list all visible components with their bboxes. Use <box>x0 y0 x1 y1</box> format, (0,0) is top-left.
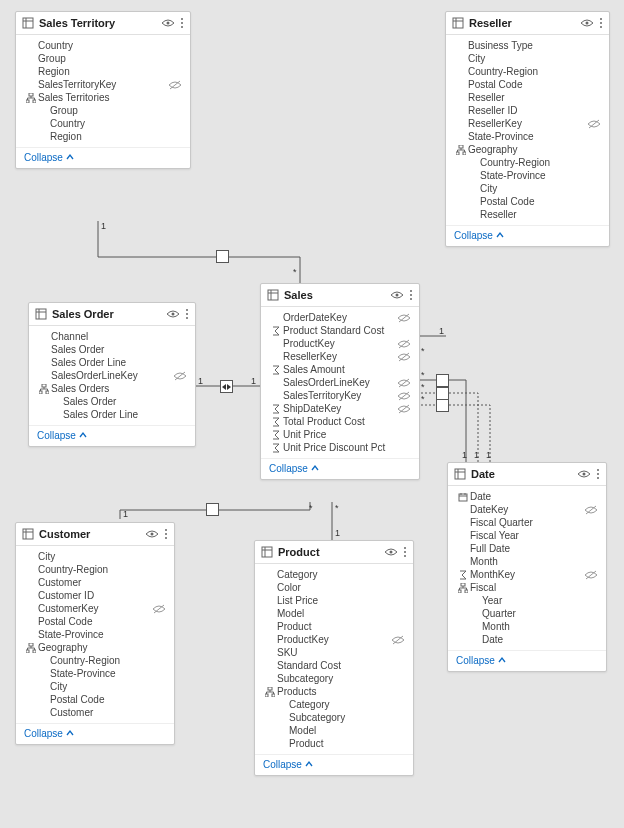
field-row[interactable]: List Price <box>255 594 413 607</box>
field-row[interactable]: Category <box>255 698 413 711</box>
visibility-icon[interactable] <box>577 469 591 479</box>
table-header[interactable]: Sales Territory <box>16 12 190 35</box>
field-row[interactable]: Postal Code <box>16 693 174 706</box>
field-row[interactable]: Quarter <box>448 607 606 620</box>
field-row[interactable]: Sales Order Line <box>29 408 195 421</box>
visibility-icon[interactable] <box>161 18 175 28</box>
table-card-sales-order[interactable]: Sales Order Channel Sales Order Sales Or… <box>28 302 196 447</box>
collapse-link[interactable]: Collapse <box>269 463 319 474</box>
visibility-icon[interactable] <box>166 309 180 319</box>
field-row[interactable]: SKU <box>255 646 413 659</box>
table-card-sales-territory[interactable]: Sales Territory Country Group Region <box>15 11 191 169</box>
field-row[interactable]: Fiscal Quarter <box>448 516 606 529</box>
collapse-link[interactable]: Collapse <box>24 152 74 163</box>
field-row[interactable]: Country <box>16 117 190 130</box>
field-row[interactable]: Country-Region <box>446 156 609 169</box>
table-header[interactable]: Reseller <box>446 12 609 35</box>
field-row[interactable]: ProductKey <box>261 337 419 350</box>
field-row[interactable]: Date <box>448 633 606 646</box>
more-icon[interactable] <box>185 308 189 320</box>
field-row[interactable]: Customer <box>16 576 174 589</box>
field-row[interactable]: City <box>16 550 174 563</box>
field-row[interactable]: ResellerKey <box>446 117 609 130</box>
field-row[interactable]: Country-Region <box>446 65 609 78</box>
table-header[interactable]: Sales <box>261 284 419 307</box>
field-row[interactable]: Model <box>255 724 413 737</box>
field-row[interactable]: Fiscal Year <box>448 529 606 542</box>
field-row[interactable]: Sales Order Line <box>29 356 195 369</box>
field-row[interactable]: SalesTerritoryKey <box>16 78 190 91</box>
field-row[interactable]: OrderDateKey <box>261 311 419 324</box>
field-row[interactable]: Standard Cost <box>255 659 413 672</box>
table-card-product[interactable]: Product Category Color List Price <box>254 540 414 776</box>
table-card-reseller[interactable]: Reseller Business Type City Country-Regi… <box>445 11 610 247</box>
field-row[interactable]: Business Type <box>446 39 609 52</box>
field-row[interactable]: Month <box>448 555 606 568</box>
field-row[interactable]: Model <box>255 607 413 620</box>
field-row[interactable]: Country-Region <box>16 654 174 667</box>
collapse-link[interactable]: Collapse <box>454 230 504 241</box>
field-row[interactable]: City <box>446 182 609 195</box>
field-row[interactable]: Products <box>255 685 413 698</box>
field-row[interactable]: City <box>446 52 609 65</box>
field-row[interactable]: Date <box>448 490 606 503</box>
field-row[interactable]: Sales Order <box>29 395 195 408</box>
field-row[interactable]: Group <box>16 104 190 117</box>
field-row[interactable]: Category <box>255 568 413 581</box>
field-row[interactable]: MonthKey <box>448 568 606 581</box>
field-row[interactable]: Reseller <box>446 208 609 221</box>
field-row[interactable]: Geography <box>16 641 174 654</box>
more-icon[interactable] <box>596 468 600 480</box>
table-header[interactable]: Customer <box>16 523 174 546</box>
collapse-link[interactable]: Collapse <box>37 430 87 441</box>
field-row[interactable]: Postal Code <box>446 195 609 208</box>
field-row[interactable]: State-Province <box>446 169 609 182</box>
field-row[interactable]: Customer <box>16 706 174 719</box>
field-row[interactable]: Region <box>16 130 190 143</box>
field-row[interactable]: Group <box>16 52 190 65</box>
visibility-icon[interactable] <box>145 529 159 539</box>
field-row[interactable]: ProductKey <box>255 633 413 646</box>
field-row[interactable]: Sales Order <box>29 343 195 356</box>
more-icon[interactable] <box>180 17 184 29</box>
table-header[interactable]: Product <box>255 541 413 564</box>
table-card-customer[interactable]: Customer City Country-Region Customer <box>15 522 175 745</box>
field-row[interactable]: Sales Amount <box>261 363 419 376</box>
table-card-sales[interactable]: Sales OrderDateKey Product Standard Cost… <box>260 283 420 480</box>
field-row[interactable]: Product Standard Cost <box>261 324 419 337</box>
field-row[interactable]: SalesOrderLineKey <box>29 369 195 382</box>
more-icon[interactable] <box>409 289 413 301</box>
field-row[interactable]: Channel <box>29 330 195 343</box>
field-row[interactable]: Region <box>16 65 190 78</box>
field-row[interactable]: Reseller <box>446 91 609 104</box>
field-row[interactable]: SalesTerritoryKey <box>261 389 419 402</box>
visibility-icon[interactable] <box>390 290 404 300</box>
field-row[interactable]: City <box>16 680 174 693</box>
field-row[interactable]: State-Province <box>16 667 174 680</box>
table-card-date[interactable]: Date Date DateKey Fiscal Quarter <box>447 462 607 672</box>
more-icon[interactable] <box>164 528 168 540</box>
collapse-link[interactable]: Collapse <box>24 728 74 739</box>
field-row[interactable]: Full Date <box>448 542 606 555</box>
field-row[interactable]: ShipDateKey <box>261 402 419 415</box>
field-row[interactable]: Month <box>448 620 606 633</box>
field-row[interactable]: Geography <box>446 143 609 156</box>
field-row[interactable]: DateKey <box>448 503 606 516</box>
field-row[interactable]: Postal Code <box>446 78 609 91</box>
field-row[interactable]: Fiscal <box>448 581 606 594</box>
field-row[interactable]: ResellerKey <box>261 350 419 363</box>
table-header[interactable]: Date <box>448 463 606 486</box>
more-icon[interactable] <box>403 546 407 558</box>
field-row[interactable]: Color <box>255 581 413 594</box>
field-row[interactable]: State-Province <box>446 130 609 143</box>
field-row[interactable]: Total Product Cost <box>261 415 419 428</box>
visibility-icon[interactable] <box>384 547 398 557</box>
more-icon[interactable] <box>599 17 603 29</box>
visibility-icon[interactable] <box>580 18 594 28</box>
collapse-link[interactable]: Collapse <box>456 655 506 666</box>
field-row[interactable]: Subcategory <box>255 672 413 685</box>
field-row[interactable]: Customer ID <box>16 589 174 602</box>
field-row[interactable]: Reseller ID <box>446 104 609 117</box>
field-row[interactable]: Postal Code <box>16 615 174 628</box>
collapse-link[interactable]: Collapse <box>263 759 313 770</box>
